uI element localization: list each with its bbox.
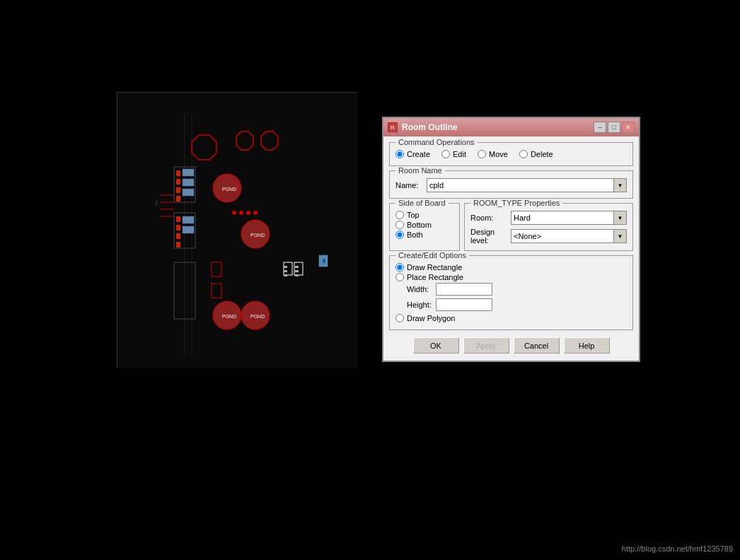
svg-rect-8 [176,179,180,185]
svg-point-30 [232,211,236,215]
svg-point-33 [253,211,258,215]
room-type-input[interactable] [511,211,614,225]
place-rectangle-radio[interactable] [395,273,404,281]
room-type-room-label: Room: [470,214,507,222]
draw-polygon-label[interactable]: Draw Polygon [407,314,455,322]
edit-label[interactable]: Edit [453,150,466,158]
top-label[interactable]: Top [407,211,420,219]
radio-edit: Edit [441,150,466,158]
maximize-button[interactable]: □ [608,122,620,133]
svg-rect-15 [183,169,194,176]
delete-label[interactable]: Delete [531,150,553,158]
apply-button[interactable]: Apply [463,337,509,354]
height-input[interactable] [436,298,492,311]
move-radio[interactable] [478,150,486,158]
width-input[interactable] [436,283,492,296]
width-height-grid: Width: Height: [407,283,627,311]
radio-move: Move [478,150,508,158]
room-outline-dialog: R Room Outline – □ ✕ Command Operations … [382,117,640,362]
top-radio[interactable] [395,211,404,219]
radio-place-rect: Place Rectangle [395,273,627,281]
both-label[interactable]: Both [407,231,423,239]
room-type-legend: ROOM_TYPE Properties [470,199,562,207]
ok-button[interactable]: OK [413,337,459,354]
draw-rectangle-radio[interactable] [395,263,404,272]
dialog-app-icon: R [388,122,398,132]
watermark: http://blog.csdn.net/hmf1235789 [622,544,733,553]
close-button[interactable]: ✕ [622,122,635,133]
design-level-label: Design level: [470,228,507,245]
draw-rectangle-label[interactable]: Draw Rectangle [407,263,462,272]
room-type-grid: Room: ▼ Design level: ▼ [470,211,627,245]
radio-draw-rect: Draw Rectangle [395,263,627,272]
draw-polygon-radio[interactable] [395,314,404,322]
svg-text:PGND: PGND [222,187,236,192]
minimize-button[interactable]: – [594,122,606,133]
svg-rect-40 [295,270,299,272]
svg-rect-11 [176,216,180,222]
create-edit-options-group: Create/Edit Options Draw Rectangle Place… [389,255,633,330]
side-of-board-legend: Side of Board [395,199,449,207]
svg-rect-18 [183,216,194,223]
svg-rect-19 [183,226,194,233]
name-input[interactable] [427,178,614,192]
svg-rect-17 [183,189,194,196]
name-combo: ▼ [427,178,627,192]
radio-both: Both [395,231,453,239]
room-name-row: Name: ▼ [395,178,627,192]
command-operations-legend: Command Operations [395,138,478,146]
svg-rect-13 [176,233,180,239]
radio-delete: Delete [519,150,553,158]
svg-text:PGND: PGND [250,314,265,319]
svg-rect-7 [176,170,180,176]
height-label: Height: [407,301,432,309]
both-radio[interactable] [395,231,404,239]
buttons-row: OK Apply Cancel Help [389,334,633,355]
cancel-button[interactable]: Cancel [514,337,560,354]
room-type-props-group: ROOM_TYPE Properties Room: ▼ Design leve… [464,203,633,251]
design-level-combo: ▼ [511,229,627,243]
svg-text:net: net [154,200,158,206]
svg-rect-38 [284,274,287,276]
command-ops-row: Create Edit Move Delete [395,150,627,160]
svg-text:PGND: PGND [250,233,265,238]
svg-rect-10 [176,196,180,202]
svg-point-31 [239,211,243,215]
svg-rect-0 [117,93,358,368]
place-rectangle-label[interactable]: Place Rectangle [407,273,463,281]
room-combo: ▼ [511,211,627,225]
dialog-titlebar: R Room Outline – □ ✕ [383,118,639,136]
bottom-label[interactable]: Bottom [407,221,432,229]
radio-top: Top [395,211,453,219]
radio-draw-poly: Draw Polygon [395,314,627,322]
svg-rect-39 [295,266,299,268]
svg-point-32 [246,211,250,215]
titlebar-buttons: – □ ✕ [594,122,635,133]
help-button[interactable]: Help [564,337,610,354]
command-operations-group: Command Operations Create Edit Move Dele… [389,142,633,166]
edit-radio[interactable] [441,150,450,158]
delete-radio[interactable] [519,150,528,158]
move-label[interactable]: Move [489,150,508,158]
width-label: Width: [407,285,432,293]
create-label[interactable]: Create [407,150,430,158]
svg-rect-43 [323,259,325,263]
radio-create: Create [395,150,430,158]
pcb-area: PGND PGND PGND PGND [0,0,368,560]
create-edit-legend: Create/Edit Options [395,251,469,259]
svg-rect-37 [284,270,287,272]
name-label: Name: [395,181,422,189]
design-level-input[interactable] [511,229,614,243]
side-of-board-group: Side of Board Top Bottom Both [389,203,460,251]
dialog-title: Room Outline [402,122,458,132]
name-dropdown-button[interactable]: ▼ [614,178,627,192]
radio-bottom: Bottom [395,221,453,229]
create-radio[interactable] [395,150,404,158]
svg-rect-36 [284,266,287,268]
design-level-dropdown-button[interactable]: ▼ [614,229,627,243]
side-room-row: Side of Board Top Bottom Both ROOM_TYPE … [389,203,633,251]
bottom-radio[interactable] [395,221,404,229]
dialog-body: Command Operations Create Edit Move Dele… [383,136,639,361]
pcb-svg: PGND PGND PGND PGND [117,93,358,368]
room-dropdown-button[interactable]: ▼ [614,211,627,225]
